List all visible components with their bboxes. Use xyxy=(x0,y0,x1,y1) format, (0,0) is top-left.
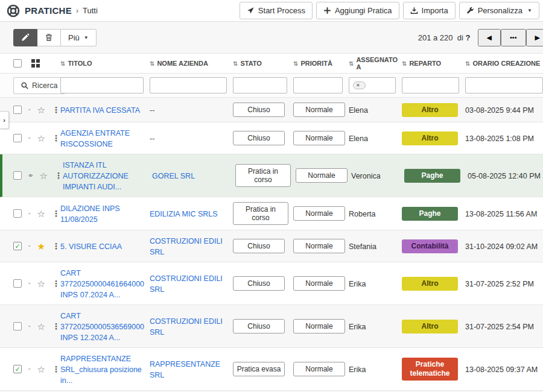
status-button[interactable]: Pratica evasa xyxy=(233,362,285,376)
row-checkbox[interactable] xyxy=(13,106,22,114)
department-badge[interactable]: Altro xyxy=(402,277,458,291)
row-checkbox[interactable]: ✓ xyxy=(13,242,22,250)
priority-button[interactable]: Normale xyxy=(293,131,345,145)
priority-button[interactable]: Normale xyxy=(293,276,345,291)
record-title-link[interactable]: PARTITA IVA CESSATA xyxy=(60,106,146,115)
page-next-button[interactable]: ▶ xyxy=(526,29,543,46)
column-header-assignee[interactable]: ⇅ ASSEGNATO A xyxy=(349,56,402,71)
status-button[interactable]: Chiuso xyxy=(233,319,285,334)
filter-input-assignee[interactable]: ✕ xyxy=(349,77,396,93)
row-menu-icon[interactable]: ⋮ xyxy=(52,241,60,251)
column-header-company[interactable]: ⇅ NOME AZIENDA xyxy=(150,60,233,67)
filter-input-priority[interactable] xyxy=(293,77,343,93)
favorite-star-icon[interactable]: ★ xyxy=(37,242,45,251)
import-button[interactable]: Importa xyxy=(403,2,456,19)
preview-eye-icon[interactable] xyxy=(28,241,31,251)
department-badge[interactable]: Paghe xyxy=(402,207,458,221)
preview-eye-icon[interactable] xyxy=(28,105,31,115)
status-button[interactable]: Chiuso xyxy=(233,103,285,117)
filter-input-created[interactable] xyxy=(465,77,543,93)
start-process-button[interactable]: Start Process xyxy=(240,2,313,19)
priority-button[interactable]: Normale xyxy=(293,103,345,117)
favorite-star-icon[interactable]: ☆ xyxy=(37,209,45,218)
record-title-link[interactable]: RAPPRESENTANZE SRL_chiusura posizione in… xyxy=(60,355,142,385)
row-menu-icon[interactable]: ⋮ xyxy=(52,105,60,115)
row-checkbox[interactable] xyxy=(13,322,22,330)
company-link[interactable]: GOREL SRL xyxy=(152,172,200,180)
column-header-department[interactable]: ⇅ REPARTO xyxy=(402,60,465,67)
filter-input-title[interactable] xyxy=(60,77,144,93)
priority-button[interactable]: Normale xyxy=(296,168,348,183)
column-header-title[interactable]: ⇅ TITOLO xyxy=(60,60,150,67)
favorite-star-icon[interactable]: ☆ xyxy=(40,171,48,180)
priority-button[interactable]: Normale xyxy=(293,319,345,334)
favorite-star-icon[interactable]: ☆ xyxy=(37,106,45,115)
priority-button[interactable]: Normale xyxy=(293,239,345,253)
app-logo-icon[interactable] xyxy=(6,4,21,18)
preview-eye-icon[interactable] xyxy=(28,209,31,218)
favorite-star-icon[interactable]: ☆ xyxy=(37,134,45,143)
select-all-checkbox[interactable] xyxy=(13,59,22,68)
company-link[interactable]: COSTRUZIONI EDILI SRL xyxy=(150,237,223,256)
status-button[interactable]: Pratica in corso xyxy=(233,202,288,225)
company-link[interactable]: -- xyxy=(150,106,159,115)
more-actions-button[interactable]: Più ▼ xyxy=(61,29,97,46)
status-button[interactable]: Chiuso xyxy=(233,276,285,291)
company-link[interactable]: -- xyxy=(150,134,159,143)
record-title-link[interactable]: AGENZIA ENTRATE RISCOSSIONE xyxy=(60,129,130,148)
row-checkbox[interactable]: ✓ xyxy=(13,365,22,373)
filter-input-department[interactable] xyxy=(402,77,459,93)
record-title-link[interactable]: ISTANZA ITL AUTORIZZAZIONE IMPIANTI AUDI… xyxy=(63,161,129,191)
row-checkbox[interactable] xyxy=(13,209,22,218)
status-button[interactable]: Chiuso xyxy=(233,131,285,145)
row-menu-icon[interactable]: ⋮ xyxy=(52,279,60,288)
edit-button[interactable] xyxy=(13,29,37,46)
column-header-created[interactable]: ⇅ ORARIO CREAZIONE xyxy=(465,60,543,67)
row-menu-icon[interactable]: ⋮ xyxy=(52,133,60,143)
row-menu-icon[interactable]: ⋮ xyxy=(52,209,60,218)
breadcrumb-current[interactable]: Tutti xyxy=(83,6,98,15)
search-button[interactable]: Ricerca xyxy=(13,77,65,94)
row-menu-icon[interactable]: ⋮ xyxy=(52,321,60,331)
filter-input-company[interactable] xyxy=(150,77,227,93)
department-badge[interactable]: Paghe xyxy=(404,169,460,183)
add-record-button[interactable]: Aggiungi Pratica xyxy=(316,2,399,19)
page-prev-button[interactable]: ◀ xyxy=(478,29,501,46)
status-button[interactable]: Chiuso xyxy=(233,239,285,253)
column-header-priority[interactable]: ⇅ PRIORITÀ xyxy=(293,60,349,67)
department-badge[interactable]: Altro xyxy=(402,103,458,117)
preview-eye-icon[interactable] xyxy=(28,364,31,374)
grid-view-icon[interactable] xyxy=(31,59,40,68)
favorite-star-icon[interactable]: ☆ xyxy=(37,279,45,288)
record-title-link[interactable]: CART 37720250000461664000 INPS 07.2024 A… xyxy=(60,269,144,299)
column-header-status[interactable]: ⇅ STATO xyxy=(233,60,293,67)
preview-eye-icon[interactable] xyxy=(28,171,33,180)
priority-button[interactable]: Normale xyxy=(293,206,345,221)
row-menu-icon[interactable]: ⋮ xyxy=(52,364,60,374)
status-button[interactable]: Pratica in corso xyxy=(235,164,291,187)
preview-eye-icon[interactable] xyxy=(28,279,31,288)
department-badge[interactable]: Altro xyxy=(402,320,458,334)
favorite-star-icon[interactable]: ☆ xyxy=(37,322,45,331)
preview-eye-icon[interactable] xyxy=(28,321,31,331)
delete-button[interactable] xyxy=(37,29,61,46)
row-checkbox[interactable] xyxy=(13,134,22,142)
company-link[interactable]: COSTRUZIONI EDILI SRL xyxy=(150,317,223,337)
record-title-link[interactable]: DILAZIONE INPS 11/08/2025 xyxy=(60,204,120,224)
filter-chip-clear[interactable]: ✕ xyxy=(353,81,366,89)
row-menu-icon[interactable]: ⋮ xyxy=(54,171,63,180)
department-badge[interactable]: Pratiche telematiche xyxy=(402,358,458,381)
priority-button[interactable]: Normale xyxy=(293,362,345,376)
customize-button[interactable]: Personalizza ▼ xyxy=(459,2,539,19)
row-checkbox[interactable] xyxy=(13,279,22,288)
record-title-link[interactable]: 5. VISURE CCIAA xyxy=(60,242,128,251)
favorite-star-icon[interactable]: ☆ xyxy=(37,365,45,374)
filter-input-status[interactable] xyxy=(233,77,287,93)
department-badge[interactable]: Contabilità xyxy=(402,239,458,253)
company-link[interactable]: COSTRUZIONI EDILI SRL xyxy=(150,274,223,294)
row-checkbox[interactable] xyxy=(13,171,22,180)
company-link[interactable]: RAPPRESENTANZE SRL xyxy=(150,360,220,379)
page-jump-button[interactable]: ••• xyxy=(501,29,526,46)
department-badge[interactable]: Altro xyxy=(402,131,458,145)
record-title-link[interactable]: CART 37720250000536569000 INPS 12.2024 A… xyxy=(60,312,144,342)
